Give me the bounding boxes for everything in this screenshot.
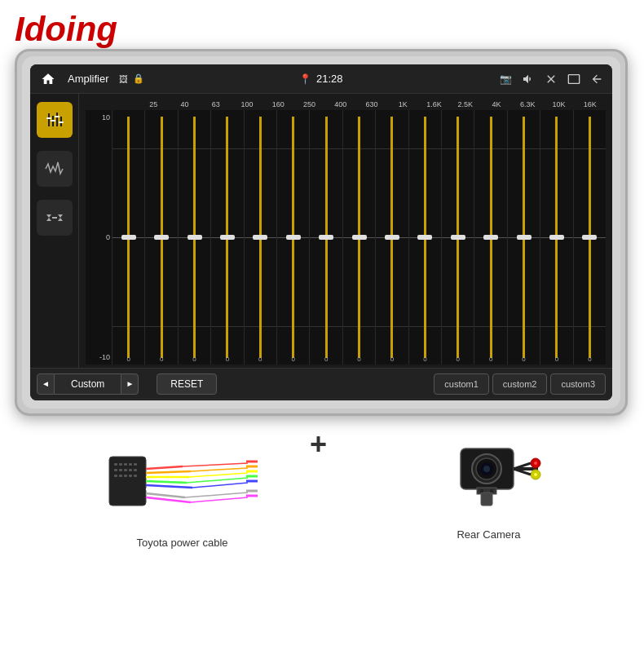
eq-value-4K: 0 <box>489 356 492 363</box>
cable-image <box>101 432 264 530</box>
eq-column-63: 0 <box>178 110 210 364</box>
eq-value-1K: 0 <box>390 356 394 363</box>
preset-nav: ◄ Custom ► <box>37 373 139 395</box>
eq-value-100: 0 <box>226 356 229 363</box>
freq-label-16K: 16K <box>575 100 606 108</box>
status-bar: Amplifier 🖼 🔒 📍 21:28 📷 <box>30 64 612 94</box>
eq-value-40: 0 <box>160 356 163 363</box>
eq-column-160: 0 <box>244 110 276 364</box>
eq-handle-63[interactable] <box>187 235 202 240</box>
custom2-button[interactable]: custom2 <box>492 373 548 395</box>
back-status-icon[interactable] <box>588 70 606 88</box>
svg-rect-6 <box>55 116 60 117</box>
status-bar-right: 📷 <box>496 70 606 88</box>
svg-line-19 <box>146 489 188 493</box>
custom3-button[interactable]: custom3 <box>550 373 606 395</box>
svg-rect-40 <box>124 463 127 466</box>
svg-rect-46 <box>129 469 132 471</box>
eq-handle-4K[interactable] <box>483 235 498 240</box>
eq-handle-400[interactable] <box>319 235 333 240</box>
svg-rect-38 <box>114 463 117 466</box>
eq-column-10K: 0 <box>540 110 572 364</box>
cable-accessory: Toyota power cable <box>101 432 264 549</box>
freq-label-10K: 10K <box>543 100 574 108</box>
sidebar-btn-waveform[interactable] <box>37 151 73 187</box>
eq-column-6.3K: 0 <box>507 110 540 364</box>
eq-handle-250[interactable] <box>286 235 301 240</box>
svg-rect-5 <box>51 120 55 121</box>
svg-point-68 <box>490 489 493 493</box>
freq-label-6.3K: 6.3K <box>512 100 543 108</box>
svg-point-57 <box>483 466 490 472</box>
svg-line-28 <box>185 493 248 497</box>
freq-label-2.5K: 2.5K <box>450 100 481 108</box>
eq-handle-40[interactable] <box>154 235 169 240</box>
svg-rect-44 <box>119 469 122 471</box>
y-label-neg10: -10 <box>87 353 110 361</box>
eq-handle-100[interactable] <box>220 235 235 240</box>
device-frame: Amplifier 🖼 🔒 📍 21:28 📷 <box>15 49 628 416</box>
svg-rect-51 <box>129 475 132 477</box>
eq-handle-2.5K[interactable] <box>451 235 465 240</box>
camera-image <box>436 432 542 522</box>
svg-line-22 <box>183 463 248 466</box>
svg-line-17 <box>146 481 187 483</box>
freq-label-100: 100 <box>232 100 262 108</box>
preset-next-button[interactable]: ► <box>121 373 139 395</box>
close-status-icon[interactable] <box>542 70 560 88</box>
eq-column-1K: 0 <box>375 110 408 364</box>
freq-label-40: 40 <box>169 100 200 108</box>
svg-rect-50 <box>124 475 127 477</box>
svg-rect-43 <box>114 469 117 471</box>
eq-handle-1.6K[interactable] <box>417 235 432 240</box>
sidebar-btn-equalizer[interactable] <box>37 102 73 138</box>
svg-point-65 <box>534 473 537 476</box>
eq-handle-25[interactable] <box>121 235 136 240</box>
freq-label-630: 630 <box>356 100 387 108</box>
reset-button[interactable]: RESET <box>157 373 217 395</box>
custom-buttons: custom1 custom2 custom3 <box>434 373 606 395</box>
eq-column-25: 0 <box>112 110 144 364</box>
screen-status-icon[interactable] <box>565 70 583 88</box>
eq-handle-6.3K[interactable] <box>517 235 532 240</box>
eq-column-1.6K: 0 <box>408 110 441 364</box>
camera-status-icon[interactable]: 📷 <box>496 70 514 88</box>
svg-rect-49 <box>119 475 122 477</box>
home-button[interactable] <box>37 68 60 91</box>
eq-grid-wrapper: 10 0 -10 000000000000000 <box>86 110 606 364</box>
eq-handle-630[interactable] <box>352 235 367 240</box>
sidebar-btn-balance[interactable] <box>37 200 73 236</box>
svg-rect-59 <box>481 493 492 506</box>
svg-rect-12 <box>52 217 57 219</box>
eq-handle-160[interactable] <box>253 235 267 240</box>
svg-line-27 <box>188 488 248 493</box>
device-bezel: Amplifier 🖼 🔒 📍 21:28 📷 <box>22 56 620 409</box>
svg-line-18 <box>146 485 192 488</box>
svg-rect-0 <box>48 113 50 126</box>
svg-rect-4 <box>46 117 51 119</box>
freq-label-63: 63 <box>201 100 232 108</box>
freq-label-1.6K: 1.6K <box>418 100 449 108</box>
page-wrapper: Idoing Amplifier 🖼 🔒 <box>0 0 644 645</box>
freq-label-250: 250 <box>293 100 324 108</box>
eq-handle-16K[interactable] <box>582 235 597 240</box>
svg-line-29 <box>191 497 248 502</box>
eq-handle-10K[interactable] <box>549 235 564 240</box>
controls-bar: ◄ Custom ► RESET custom1 custom2 custom3 <box>30 368 612 399</box>
volume-status-icon[interactable] <box>519 70 537 88</box>
eq-value-250: 0 <box>292 356 295 363</box>
eq-column-400: 0 <box>309 110 342 364</box>
custom1-button[interactable]: custom1 <box>434 373 489 395</box>
eq-value-63: 0 <box>192 356 196 363</box>
svg-line-15 <box>146 471 191 473</box>
svg-point-62 <box>534 462 537 465</box>
eq-column-40: 0 <box>144 110 177 364</box>
svg-line-23 <box>191 468 248 471</box>
eq-area: 2540631001602504006301K1.6K2.5K4K6.3K10K… <box>79 94 612 368</box>
svg-line-26 <box>192 483 248 488</box>
svg-marker-8 <box>46 218 51 221</box>
svg-rect-48 <box>114 475 117 477</box>
eq-column-2.5K: 0 <box>441 110 474 364</box>
eq-handle-1K[interactable] <box>385 235 399 240</box>
preset-prev-button[interactable]: ◄ <box>37 373 55 395</box>
